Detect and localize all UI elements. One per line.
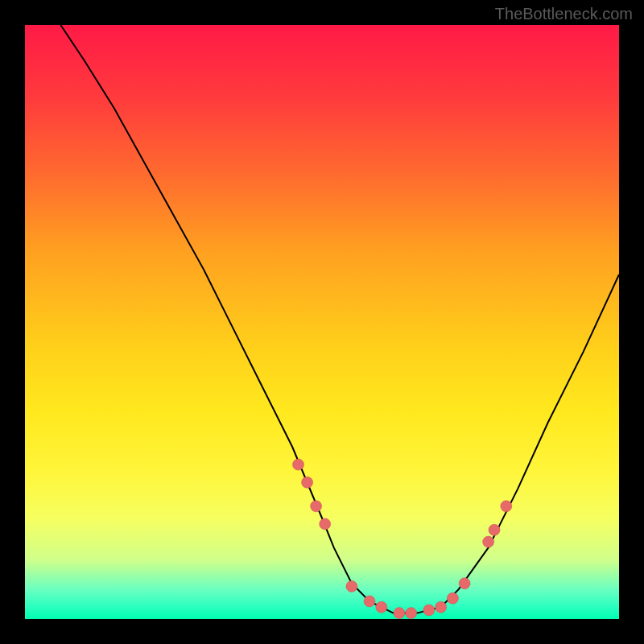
bottleneck-curve xyxy=(60,25,619,613)
marker-dot xyxy=(406,608,417,619)
marker-dot xyxy=(376,601,387,613)
marker-dot xyxy=(364,596,375,607)
marker-dot xyxy=(489,524,500,535)
chart-svg xyxy=(25,25,619,619)
marker-dot xyxy=(423,605,435,616)
marker-dot xyxy=(501,501,512,512)
marker-dots xyxy=(293,459,512,619)
marker-dot xyxy=(436,601,447,613)
marker-dot xyxy=(394,608,405,619)
marker-dot xyxy=(320,518,331,530)
chart-plot-area xyxy=(25,25,619,619)
marker-dot xyxy=(483,536,494,547)
watermark-text: TheBottleneck.com xyxy=(495,5,633,23)
marker-dot xyxy=(302,477,313,488)
marker-dot xyxy=(346,580,357,592)
marker-dot xyxy=(293,459,304,470)
marker-dot xyxy=(459,578,470,589)
marker-dot xyxy=(311,501,322,512)
marker-dot xyxy=(447,592,458,604)
